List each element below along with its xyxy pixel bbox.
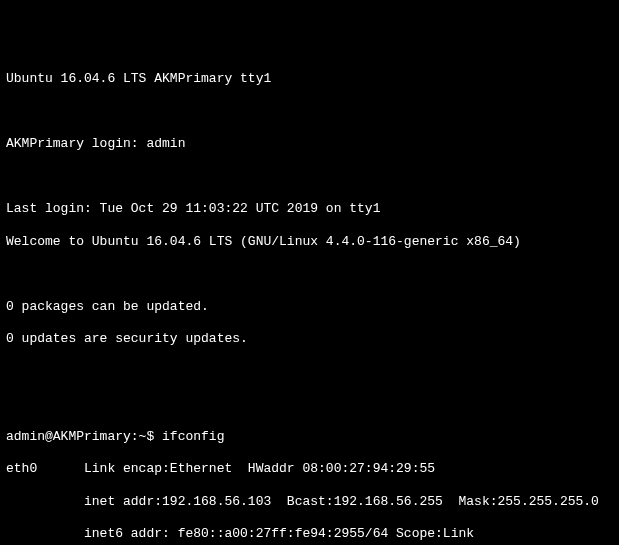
updates-line-1: 0 packages can be updated. <box>6 299 613 315</box>
shell-prompt: admin@AKMPrimary:~$ <box>6 429 162 444</box>
blank-line <box>6 266 613 282</box>
blank-line <box>6 396 613 412</box>
ifconfig-eth0-l3: inet6 addr: fe80::a00:27ff:fe94:2955/64 … <box>6 526 613 542</box>
banner-line: Ubuntu 16.04.6 LTS AKMPrimary tty1 <box>6 71 613 87</box>
blank-line <box>6 169 613 185</box>
updates-line-2: 0 updates are security updates. <box>6 331 613 347</box>
command-line-1[interactable]: admin@AKMPrimary:~$ ifconfig <box>6 429 613 445</box>
typed-command: ifconfig <box>162 429 224 444</box>
blank-line <box>6 104 613 120</box>
welcome-line: Welcome to Ubuntu 16.04.6 LTS (GNU/Linux… <box>6 234 613 250</box>
last-login: Last login: Tue Oct 29 11:03:22 UTC 2019… <box>6 201 613 217</box>
ifconfig-eth0-l2: inet addr:192.168.56.103 Bcast:192.168.5… <box>6 494 613 510</box>
ifconfig-eth0-l1: eth0 Link encap:Ethernet HWaddr 08:00:27… <box>6 461 613 477</box>
blank-line <box>6 364 613 380</box>
login-prompt: AKMPrimary login: admin <box>6 136 613 152</box>
